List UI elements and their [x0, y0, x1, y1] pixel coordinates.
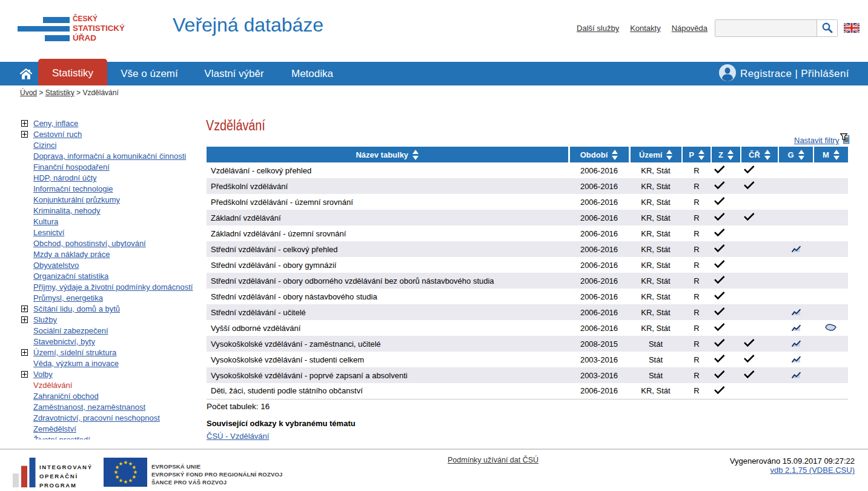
svg-text:STATISTICKÝ: STATISTICKÝ: [73, 24, 125, 33]
svg-text:ÚŘAD: ÚŘAD: [73, 33, 96, 42]
svg-text:ČESKÝ: ČESKÝ: [73, 14, 98, 23]
